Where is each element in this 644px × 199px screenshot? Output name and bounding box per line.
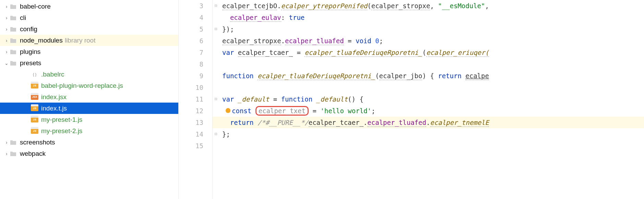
token-string: "__esModule" [438,2,485,10]
line-number[interactable]: 13 [179,117,203,128]
tree-file[interactable]: { }.babelrc [0,69,178,80]
fold-end-icon: ⊟ [215,128,217,140]
tree-folder[interactable]: ›babel-core [0,1,178,12]
tree-item-label: my-preset-2.js [41,127,82,135]
token-comment: /*#__PURE__*/ [258,119,309,126]
tree-item-label: screenshots [20,139,55,146]
tree-item-hint: library root [65,37,96,44]
tree-item-label: index.jsx [41,93,67,101]
fold-end-icon: ⊟ [215,23,217,35]
highlighted-identifier[interactable]: ecalper_txet [255,106,309,116]
tree-item-label: cli [20,14,26,22]
token-number: 0 [375,37,379,45]
code-area[interactable]: ⊟ecalper_tcejbO.ecalper_ytreporPenifed(e… [213,0,644,199]
code-line[interactable]: ⊟}); [213,23,644,35]
line-number[interactable]: 9 [179,70,203,82]
js-file-icon: JS [31,106,38,111]
chevron-right-icon[interactable]: › [3,15,10,21]
folder-icon [10,139,17,145]
chevron-right-icon[interactable]: › [3,49,10,55]
line-number[interactable]: 11 [179,93,203,105]
js-file-icon: JS [31,83,38,89]
code-line[interactable] [213,58,644,70]
tree-item-label: config [20,25,37,33]
tree-item-label: webpack [20,150,46,157]
line-number-gutter: 3456789101112131415 [178,0,213,199]
token-method: ecalper_ytreporPenifed [281,2,368,10]
code-line[interactable] [213,140,644,152]
line-number[interactable]: 8 [179,58,203,70]
js-file-icon: JS [31,128,38,134]
token-keyword: true [289,14,305,21]
tree-item-label: index.t.js [41,105,67,112]
chevron-right-icon[interactable]: › [3,140,10,145]
code-line[interactable] [213,82,644,93]
tree-item-label: presets [20,59,41,67]
folder-icon [10,37,17,44]
tree-file[interactable]: JSindex.t.js [0,103,178,114]
fold-icon[interactable]: ⊟ [215,0,217,12]
code-line[interactable]: const ecalper_txet = 'hello world'; [213,105,644,117]
code-line[interactable]: ⊟ecalper_tcejbO.ecalper_ytreporPenifed(e… [213,0,644,12]
chevron-right-icon[interactable]: › [3,38,10,43]
line-number[interactable]: 7 [179,47,203,58]
tree-item-label: babel-plugin-word-replace.js [41,82,123,90]
tree-folder[interactable]: ⌄presets [0,57,178,69]
folder-icon [10,60,17,66]
chevron-right-icon[interactable]: › [3,4,10,9]
chevron-right-icon[interactable]: › [3,26,10,32]
chevron-down-icon[interactable]: ⌄ [3,60,10,66]
line-number[interactable]: 6 [179,35,203,47]
tree-folder[interactable]: ›config [0,23,178,35]
folder-icon [10,26,17,32]
tree-item-label: .babelrc [41,71,64,78]
code-line-current[interactable]: return /*#__PURE__*/ecalper_tcaer_.ecalp… [213,117,644,128]
tree-item-label: node_modules [20,37,63,44]
code-editor[interactable]: 3456789101112131415 ⊟ecalper_tcejbO.ecal… [178,0,644,199]
code-line[interactable]: ecalper_stropxe.ecalper_tluafed = void 0… [213,35,644,47]
tree-folder[interactable]: ›node_moduleslibrary root [0,35,178,46]
lightbulb-icon[interactable] [226,108,230,113]
code-line[interactable]: function ecalper_tluafeDeriuqeRporetni_(… [213,70,644,82]
code-line[interactable]: ⊟}; [213,128,644,140]
code-line[interactable]: ecalper_eulav: true [213,12,644,23]
tree-folder[interactable]: ›webpack [0,148,178,159]
token-object: ecalper_tcejbO [222,2,277,10]
config-file-icon: { } [31,71,38,78]
tree-file[interactable]: JSmy-preset-1.js [0,114,178,125]
fold-icon[interactable]: ⊟ [215,93,217,105]
tree-folder[interactable]: ›cli [0,12,178,23]
chevron-right-icon[interactable]: › [3,151,10,156]
tree-item-label: my-preset-1.js [41,116,82,124]
folder-icon [10,151,17,157]
tree-file[interactable]: JSXindex.jsx [0,91,178,103]
folder-icon [10,49,17,55]
tree-folder[interactable]: ›screenshots [0,137,178,148]
line-number[interactable]: 12 [179,105,203,117]
token-property: ecalper_eulav [230,14,281,22]
line-number[interactable]: 15 [179,140,203,152]
code-line[interactable]: ⊟var _default = function _default() { [213,93,644,105]
code-line[interactable]: var ecalper_tcaer_ = ecalper_tluafeDeriu… [213,47,644,58]
js-file-icon: JS [31,117,38,122]
line-number[interactable]: 5 [179,23,203,35]
folder-icon [10,15,17,21]
folder-icon [10,3,17,10]
line-number[interactable]: 10 [179,82,203,93]
tree-item-label: babel-core [20,3,51,10]
jsx-file-icon: JSX [31,94,38,100]
file-tree-sidebar[interactable]: ›babel-core›cli›config›node_moduleslibra… [0,0,178,199]
tree-folder[interactable]: ›plugins [0,46,178,57]
line-number[interactable]: 4 [179,12,203,23]
line-number[interactable]: 14 [179,128,203,140]
tree-file[interactable]: JSmy-preset-2.js [0,125,178,137]
tree-file[interactable]: JSbabel-plugin-word-replace.js [0,80,178,91]
line-number[interactable]: 3 [179,0,203,12]
tree-item-label: plugins [20,48,40,56]
